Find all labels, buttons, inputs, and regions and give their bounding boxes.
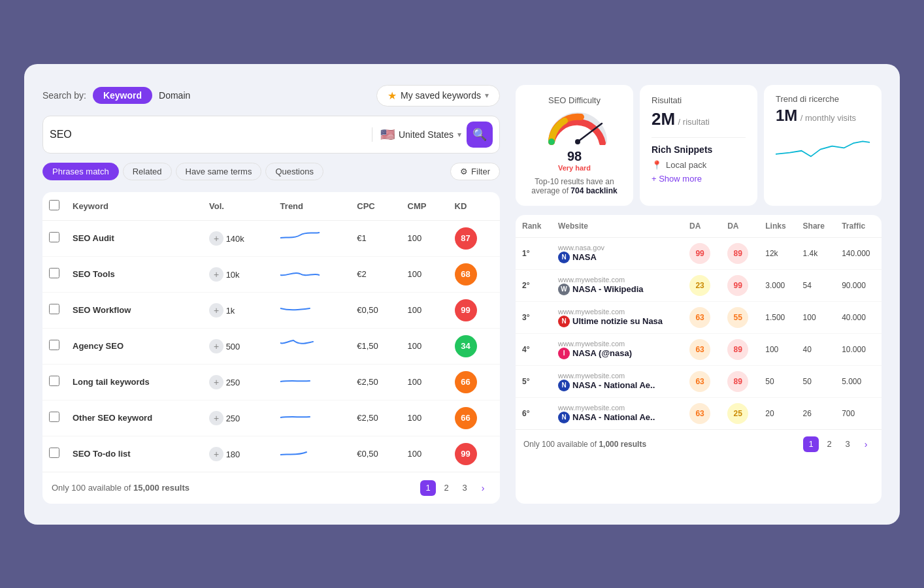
page-3[interactable]: 3 <box>457 480 472 496</box>
backlink-text: Top-10 results have an average of 704 ba… <box>527 177 621 195</box>
keyword-name: Other SEO keyword <box>66 400 203 436</box>
keyword-vol: + 10k <box>203 256 274 292</box>
tab-questions[interactable]: Questions <box>265 163 323 180</box>
links: 1.500 <box>759 301 796 333</box>
filter-icon: ⚙ <box>460 167 468 176</box>
add-keyword-button[interactable]: + <box>209 339 223 353</box>
rank: 5° <box>516 365 552 397</box>
row-checkbox[interactable] <box>49 340 59 350</box>
col-cmp: CMP <box>401 192 448 221</box>
add-keyword-button[interactable]: + <box>209 267 223 282</box>
share: 1.4k <box>797 237 836 269</box>
tab-phrases-match[interactable]: Phrases match <box>42 163 119 180</box>
site-logo: W <box>558 284 570 295</box>
keyword-cmp: 100 <box>401 292 448 328</box>
add-keyword-button[interactable]: + <box>209 411 223 425</box>
col-cpc: CPC <box>350 192 401 221</box>
search-button[interactable]: 🔍 <box>467 122 493 148</box>
row-checkbox[interactable] <box>49 232 59 242</box>
domain-button[interactable]: Domain <box>159 90 190 101</box>
seo-difficulty-label: Very hard <box>527 164 621 172</box>
result-next-page-arrow[interactable]: › <box>858 436 874 452</box>
table-row: 2° www.mywebsite.com W NASA - Wikipedia … <box>516 269 882 301</box>
result-page-2[interactable]: 2 <box>821 436 837 452</box>
table-row: Long tail keywords + 250 €2,50 100 66 <box>42 364 500 400</box>
keyword-cpc: €1 <box>350 220 401 256</box>
trend-value-row: 1M / monthly visits <box>776 106 870 125</box>
filter-button[interactable]: ⚙ Filter <box>450 163 500 180</box>
website-info: www.mywebsite.com N NASA - National Ae.. <box>552 365 683 397</box>
keyword-button[interactable]: Keyword <box>93 87 152 104</box>
traffic: 90.000 <box>835 269 882 301</box>
location-icon: 📍 <box>652 160 662 170</box>
keyword-kd: 99 <box>448 292 500 328</box>
keyword-cpc: €2,50 <box>350 364 401 400</box>
keyword-table: Keyword Vol. Trend CPC CMP KD SEO Audit … <box>42 192 500 504</box>
keyword-vol: + 250 <box>203 400 274 436</box>
keyword-vol: + 140k <box>203 220 274 256</box>
trend-title: Trend di ricerche <box>776 94 870 104</box>
keyword-kd: 68 <box>448 256 500 292</box>
rank: 4° <box>516 333 552 365</box>
search-input[interactable] <box>50 129 367 140</box>
add-keyword-button[interactable]: + <box>209 375 223 389</box>
keyword-vol: + 1k <box>203 292 274 328</box>
results-table-card: Rank Website DA DA Links Share Traffic 1… <box>516 215 882 504</box>
keyword-vol: + 250 <box>203 364 274 400</box>
table-row: Agency SEO + 500 €1,50 100 34 <box>42 328 500 364</box>
keyword-trend <box>274 400 351 436</box>
risultati-value: 2M / risultati <box>652 109 746 129</box>
table-row: 3° www.mywebsite.com N Ultime notizie su… <box>516 301 882 333</box>
keyword-name: SEO Workflow <box>66 292 203 328</box>
add-keyword-button[interactable]: + <box>209 447 223 461</box>
table-row: 1° www.nasa.gov N NASA 99 89 12k 1.4k 14… <box>516 237 882 269</box>
website-info: www.mywebsite.com W NASA - Wikipedia <box>552 269 683 301</box>
keyword-name: Long tail keywords <box>66 364 203 400</box>
results-text: Only 100 available of 15,000 results <box>52 483 190 493</box>
col-keyword: Keyword <box>66 192 203 221</box>
risultati-title: Risultati <box>652 95 746 105</box>
links: 20 <box>759 397 796 429</box>
share: 40 <box>797 333 836 365</box>
table-row: 4° www.mywebsite.com I NASA (@nasa) 63 8… <box>516 333 882 365</box>
da2: 55 <box>721 301 759 333</box>
row-checkbox[interactable] <box>49 376 59 386</box>
page-1[interactable]: 1 <box>420 480 436 496</box>
col-kd: KD <box>448 192 500 221</box>
star-icon: ★ <box>388 90 397 102</box>
keyword-cmp: 100 <box>401 220 448 256</box>
col-trend: Trend <box>274 192 351 221</box>
keyword-name: SEO Audit <box>66 220 203 256</box>
website-info: www.mywebsite.com N NASA - National Ae.. <box>552 397 683 429</box>
tab-same-terms[interactable]: Have same terms <box>176 163 262 180</box>
row-checkbox[interactable] <box>49 448 59 458</box>
select-all-checkbox[interactable] <box>49 200 59 210</box>
da2: 99 <box>721 269 759 301</box>
row-checkbox[interactable] <box>49 268 59 278</box>
risultati-card: Risultati 2M / risultati Rich Snippets 📍… <box>640 85 757 206</box>
links: 12k <box>759 237 796 269</box>
show-more-link[interactable]: + Show more <box>652 174 746 184</box>
saved-keywords-button[interactable]: ★ My saved keywords ▾ <box>376 85 500 106</box>
row-checkbox[interactable] <box>49 304 59 314</box>
tab-related[interactable]: Related <box>123 163 172 180</box>
keyword-kd: 66 <box>448 400 500 436</box>
result-page-1[interactable]: 1 <box>803 436 819 452</box>
keyword-kd: 66 <box>448 364 500 400</box>
country-selector[interactable]: 🇺🇸 United States ▾ <box>372 127 461 142</box>
keyword-kd: 87 <box>448 220 500 256</box>
col-da2: DA <box>721 215 759 238</box>
row-checkbox[interactable] <box>49 412 59 422</box>
website-info: www.mywebsite.com I NASA (@nasa) <box>552 333 683 365</box>
chevron-down-icon: ▾ <box>457 130 461 139</box>
share: 54 <box>797 269 836 301</box>
page-2[interactable]: 2 <box>438 480 454 496</box>
add-keyword-button[interactable]: + <box>209 303 223 318</box>
keyword-cpc: €0,50 <box>350 292 401 328</box>
result-page-3[interactable]: 3 <box>840 436 855 452</box>
add-keyword-button[interactable]: + <box>209 231 223 246</box>
da1: 63 <box>683 333 721 365</box>
next-page-arrow[interactable]: › <box>475 480 491 496</box>
keyword-vol: + 180 <box>203 436 274 472</box>
trend-chart <box>776 127 870 167</box>
